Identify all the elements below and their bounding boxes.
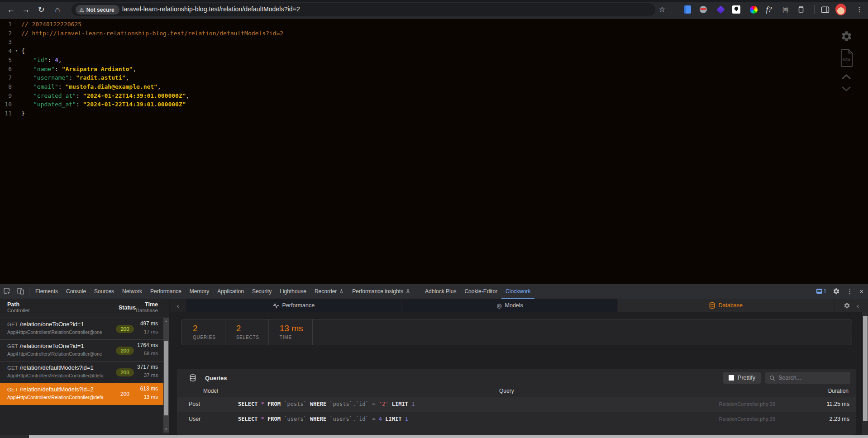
main-panel-scrollbar[interactable] [862,312,868,435]
clockwork-request-sidebar: PathController Status TimeDatabase GET/r… [0,299,169,435]
query-duration: 11.25 ms [827,401,850,407]
column-status: Status [119,305,136,311]
prettify-label: Prettify [738,375,755,381]
code-line: 1// 20240122220625 [0,20,283,29]
devtools-panel: Elements Console Sources Network Perform… [0,284,868,438]
security-label: Not secure [86,7,114,13]
scrollbar-thumb[interactable] [164,341,168,415]
extension-json-icon[interactable]: (≡) [780,4,791,15]
extension-ip-pin-icon[interactable] [731,4,742,15]
tab-adblock-plus[interactable]: Adblock Plus [421,284,460,299]
stat-label: QUERIES [193,335,216,340]
devtools-settings-gear-icon[interactable] [833,288,840,295]
tab-lighthouse[interactable]: Lighthouse [276,284,310,299]
tab-performance-insights[interactable]: Performance insights [348,284,415,299]
device-toolbar-icon[interactable] [14,284,27,299]
query-row[interactable]: User SELECT * FROM `users` WHERE `users`… [177,412,856,427]
status-badge: 200 [116,347,134,355]
scrollbar-thumb[interactable] [29,435,868,438]
tab-cookie-editor[interactable]: Cookie-Editor [460,284,501,299]
console-messages-icon[interactable]: 1 [816,288,827,295]
database-stats-bar: 2 QUERIES 2 SELECTS 13 ms TIME [181,319,852,345]
comment-timestamp: // 20240122220625 [21,20,81,29]
side-panel-icon[interactable] [820,4,830,15]
clockwork-tab-database[interactable]: Database [618,299,835,312]
request-row[interactable]: GET/relation/defaultModels?id=1 App\Http… [0,362,169,383]
prettify-toggle[interactable]: Prettify [723,372,761,384]
code-line: 8"email": "mustofa.diah@example.net", [0,82,283,91]
clockwork-settings-gear-icon[interactable] [844,302,850,309]
json-key: "username" [33,74,69,81]
code-line: 3 [0,38,283,47]
request-row[interactable]: GET/relation/oneToOne?id=1 App\Http\Cont… [0,318,169,340]
collapse-arrow-icon[interactable]: ▾ [12,47,21,56]
tab-application[interactable]: Application [213,284,248,299]
tab-performance[interactable]: Performance [146,284,186,299]
queries-panel: Queries Prettify [177,369,856,435]
inspect-element-icon[interactable] [0,284,14,299]
line-number: 3 [3,38,12,47]
tab-network[interactable]: Network [118,284,146,299]
collapse-panel-icon[interactable]: ‹ [857,302,859,309]
flask-icon [405,289,410,294]
extension-notes-icon[interactable] [682,4,693,15]
scrollbar-thumb[interactable] [863,316,868,421]
devtools-menu-icon[interactable]: ⋮ [846,287,853,295]
column-time: Time [136,301,158,308]
search-input[interactable] [778,375,842,381]
home-icon[interactable]: ⌂ [52,4,63,15]
extension-diamond-icon[interactable] [715,4,726,15]
stat-queries: 2 QUERIES [182,319,225,345]
stat-label: SELECTS [236,335,259,340]
bookmark-star-icon[interactable]: ☆ [656,4,668,15]
url-text[interactable]: laravel-learn-relationship-blog.test/rel… [122,5,300,13]
clockwork-main-panel: ‹ Performance ◎ Models Database [170,299,868,438]
browser-menu-icon[interactable]: ⋮ [854,4,865,15]
column-path: Path [7,301,30,308]
request-path: /relation/oneToOne?id=1 [20,343,84,349]
forward-icon[interactable]: → [20,4,32,15]
clockwork-tab-models[interactable]: ◎ Models [402,299,619,312]
tab-recorder[interactable]: Recorder [310,284,348,299]
code-line: 2// http://laravel-learn-relationship-bl… [0,29,283,38]
sidebar-scrollbar[interactable]: ▲ ▼ [163,318,169,433]
profile-avatar[interactable] [835,4,846,15]
tabs-scroll-left-icon[interactable]: ‹ [170,299,186,312]
extension-adblock-icon[interactable] [698,4,709,15]
tab-sources[interactable]: Sources [90,284,118,299]
tab-clockwork[interactable]: Clockwork [501,284,534,299]
request-row-selected[interactable]: GET/relation/defaultModels?id=2 App\Http… [0,383,169,405]
query-model: Post [189,401,200,407]
scroll-down-icon[interactable] [837,86,855,92]
back-icon[interactable]: ← [5,4,17,15]
query-search[interactable] [765,372,850,384]
tab-security[interactable]: Security [248,284,276,299]
toolbar-divider [814,5,815,14]
reload-icon[interactable]: ↻ [35,4,47,15]
request-row[interactable]: GET/relation/oneToOne?id=1 App\Http\Cont… [0,340,169,362]
tab-memory[interactable]: Memory [186,284,213,299]
tab-elements[interactable]: Elements [31,284,62,299]
address-bar[interactable]: ⚠ Not secure laravel-learn-relationship-… [72,3,655,16]
devtools-close-icon[interactable]: × [859,287,863,295]
clockwork-tab-performance[interactable]: Performance [186,299,402,312]
clockwork-tab-controls: ‹ [835,299,868,312]
extensions-menu-icon[interactable] [796,4,806,15]
query-sql: SELECT * FROM `users` WHERE `users`.`id`… [238,416,408,422]
raw-view-icon[interactable]: RAW [837,49,855,67]
extension-fontface-icon[interactable]: f? [763,4,774,15]
open-brace: { [21,47,25,56]
comment-url: // http://laravel-learn-relationship-blo… [21,29,283,38]
stat-selects: 2 SELECTS [225,319,269,345]
extension-colorpicker-icon[interactable] [748,4,759,15]
scrollbar-up-arrow[interactable]: ▲ [163,319,169,324]
database-tab-content: 2 QUERIES 2 SELECTS 13 ms TIME [170,312,862,438]
not-secure-badge[interactable]: ⚠ Not secure [76,5,119,14]
stat-value: 2 [236,324,259,333]
query-row[interactable]: Post SELECT * FROM `posts` WHERE `posts`… [177,397,856,412]
viewer-settings-gear-icon[interactable] [837,30,855,43]
tab-console[interactable]: Console [62,284,90,299]
scroll-up-icon[interactable] [837,74,855,80]
scrollbar-down-arrow[interactable]: ▼ [163,427,169,432]
horizontal-scrollbar[interactable] [0,435,868,438]
